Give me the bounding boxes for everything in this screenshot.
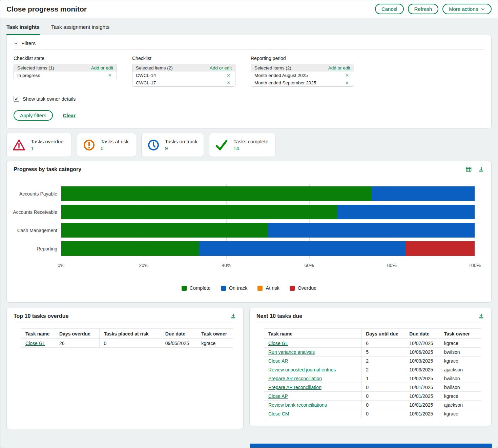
cancel-button-label: Cancel [381,6,397,12]
selected-items-header: Selected items (1) Add or edit [14,64,117,72]
table-cell: kgrace [440,409,481,418]
table-cell: 10/03/2025 [405,357,440,365]
task-link[interactable]: Close CM [268,411,289,416]
stat-value: 14 [233,145,268,151]
table-cell: 0 [362,392,405,401]
table-cell: 09/05/2025 [161,339,197,348]
column-header: Tasks placed at risk [100,329,161,339]
selected-items-box: Selected items (1) Add or edit In progre… [14,64,117,79]
tab-task-assignment-insights[interactable]: Task assignment insights [51,24,109,35]
table-view-icon[interactable] [465,166,472,172]
refresh-button[interactable]: Refresh [408,4,439,14]
task-link[interactable]: Close AR [268,358,288,364]
table-cell: 5 [362,348,405,357]
table-cell: 1 [362,374,405,383]
remove-filter-icon[interactable]: ✕ [344,80,350,85]
task-link[interactable]: Prepare AP reconciliation [268,385,321,390]
x-axis-tick-label: 100% [469,263,481,268]
chart-legend: CompleteOn trackAt riskOverdue [7,285,491,291]
table-row: Close CM010/01/2025kgrace [264,409,481,418]
remove-filter-icon[interactable]: ✕ [107,73,113,78]
download-icon[interactable] [478,166,484,172]
download-icon[interactable] [230,313,236,319]
filter-group-checklist: Checklist Selected items (2) Add or edit… [132,56,235,87]
bar-segment-on-track[interactable] [268,223,475,238]
selected-filter-item: Month ended August 2025✕ [251,72,354,79]
task-link[interactable]: Close GL [25,341,45,346]
task-link[interactable]: Review bank reconciliations [268,402,327,408]
chart-category-label: Accounts Receivable [13,205,61,219]
table-cell: 10/01/2025 [405,401,440,409]
task-name-cell: Prepare AR reconciliation [264,374,362,383]
apply-filters-label: Apply filters [20,113,46,118]
chart-category-label: Reporting [13,241,61,256]
chart-category-label: Cash Management [13,223,61,238]
bar-segment-on-track[interactable] [199,241,406,256]
table-cell: kgrace [197,339,233,348]
apply-filters-button[interactable]: Apply filters [14,110,53,121]
gridline [475,184,475,259]
task-name-cell: Run variance analysis [264,348,362,357]
bar-segment-on-track[interactable] [337,205,475,219]
legend-label: At risk [266,285,279,291]
task-name-cell: Close AR [264,357,362,365]
add-or-edit-link[interactable]: Add or edit [91,65,113,70]
x-axis-tick-label: 0% [58,263,64,268]
selected-items-header: Selected items (2) Add or edit [132,64,235,72]
task-link[interactable]: Close AP [268,393,288,399]
selected-filter-item: CWCL-17✕ [132,79,235,86]
tab-task-insights[interactable]: Task insights [6,24,40,35]
table-row: Review unposted journal entries210/03/20… [264,365,481,374]
x-axis-tick-label: 40% [222,263,231,268]
task-link[interactable]: Prepare AR reconciliation [268,376,322,381]
selected-filter-item-label: Month ended August 2025 [254,73,308,78]
more-actions-button[interactable]: More actions [442,4,492,14]
bar-segment-on-track[interactable] [371,186,475,201]
task-link[interactable]: Close GL [268,341,288,346]
download-icon[interactable] [478,313,484,319]
page-title: Close progress monitor [6,5,87,13]
selected-items-header: Selected items (2) Add or edit [251,64,354,72]
task-name-cell: Close GL [264,339,362,348]
top-overdue-title: Top 10 tasks overdue [14,313,68,319]
remove-filter-icon[interactable]: ✕ [225,73,232,78]
more-actions-label: More actions [449,6,478,12]
task-name-cell: Close AP [264,392,362,401]
cancel-button[interactable]: Cancel [375,4,404,14]
add-or-edit-link[interactable]: Add or edit [210,65,232,70]
column-header: Task name [264,329,362,339]
bar-segment-complete[interactable] [61,241,199,256]
bar-segment-complete[interactable] [61,186,371,201]
clear-filters-link[interactable]: Clear [63,113,76,118]
remove-filter-icon[interactable]: ✕ [344,73,350,78]
bar-segment-complete[interactable] [61,223,268,238]
table-header-row: Task nameDays overdueTasks placed at ris… [21,329,233,339]
table-cell: 0 [362,401,405,409]
selected-filter-item-label: Month ended September 2025 [254,80,316,85]
filters-header[interactable]: Filters [14,35,484,50]
bar-accounts-payable [61,186,475,201]
task-name-cell: Close CM [264,409,362,418]
task-name-cell: Close GL [21,339,55,348]
add-or-edit-link[interactable]: Add or edit [328,65,350,70]
task-link[interactable]: Run variance analysis [268,349,315,355]
legend-item-complete: Complete [182,285,211,291]
tab-bar: Task insights Task assignment insights [0,18,498,35]
remove-filter-icon[interactable]: ✕ [225,80,232,85]
legend-label: On track [229,285,248,291]
filter-group-label: Checklist state [14,56,117,61]
selected-items-count: Selected items (1) [17,65,54,70]
bar-segment-overdue[interactable] [406,241,475,256]
chevron-down-icon [481,7,485,11]
show-task-owner-details-checkbox[interactable]: ✓ [14,96,19,102]
filters-panel: Filters Checklist state Selected items (… [6,35,492,128]
task-link[interactable]: Review unposted journal entries [268,367,336,372]
table-cell: bwilson [440,383,481,392]
table-cell: 26 [55,339,100,348]
stat-label: Tasks on track [165,139,198,144]
selected-filter-item-label: CWCL-14 [136,73,156,78]
filter-group-label: Reporting period [251,56,354,61]
legend-swatch [290,286,295,291]
chevron-down-icon [14,41,18,46]
bar-segment-complete[interactable] [61,205,337,219]
